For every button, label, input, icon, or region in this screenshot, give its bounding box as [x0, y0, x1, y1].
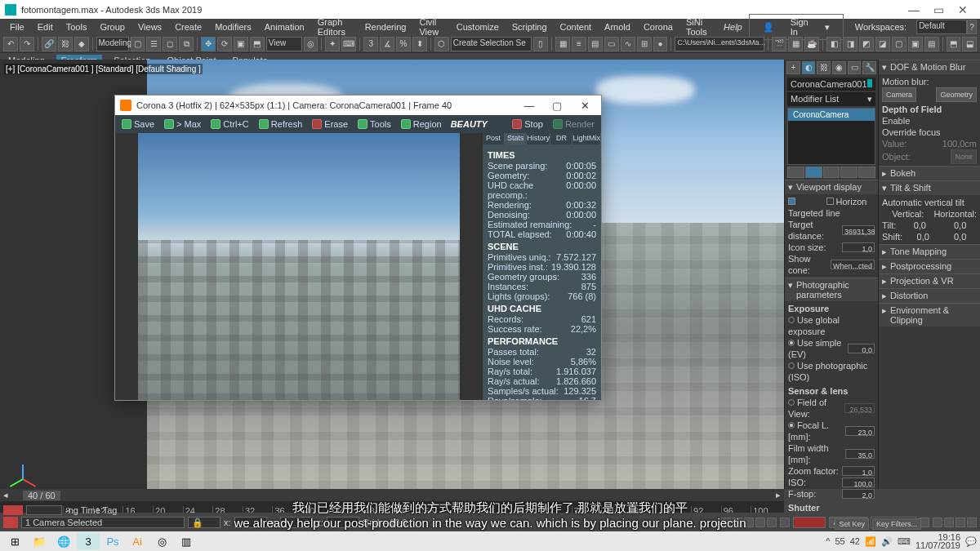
- angle-snap-button[interactable]: ∡: [380, 37, 394, 51]
- 3dsmax-icon[interactable]: 3: [77, 532, 100, 550]
- layers-button[interactable]: ≡: [572, 37, 586, 51]
- explorer-icon[interactable]: 📁: [28, 532, 51, 550]
- selection-filter[interactable]: Modeling: [96, 37, 129, 51]
- cfb-tab-lightmix[interactable]: LightMix: [572, 133, 601, 144]
- iso-spinner[interactable]: 100,0: [842, 478, 875, 487]
- keyfilters-button[interactable]: Key Filters...: [872, 518, 921, 530]
- tab-create[interactable]: +: [786, 61, 800, 74]
- nav-pan-button[interactable]: [933, 518, 942, 527]
- cfb-tab-stats[interactable]: Stats: [505, 133, 527, 144]
- cfb-close-button[interactable]: ✕: [573, 100, 596, 112]
- render-fb-button[interactable]: ▦: [788, 37, 803, 51]
- lang-icon[interactable]: ⌨: [898, 536, 911, 547]
- show-cone-dropdown[interactable]: When...cted: [831, 260, 875, 269]
- spinner-snap-button[interactable]: ⬍: [412, 37, 427, 51]
- bind-button[interactable]: ◆: [74, 37, 89, 51]
- rollout-tonemapping[interactable]: ▸ Tone Mapping: [879, 244, 980, 259]
- illustrator-icon[interactable]: Ai: [126, 532, 149, 550]
- curve-editor-button[interactable]: ∿: [621, 37, 635, 51]
- targeted-checkbox[interactable]: [788, 198, 795, 205]
- window-crossing-button[interactable]: ⧉: [179, 37, 194, 51]
- cfb-tab-post[interactable]: Post: [483, 133, 505, 144]
- horizon-checkbox[interactable]: [826, 198, 834, 205]
- remove-button[interactable]: [840, 167, 858, 178]
- tab-motion[interactable]: ◉: [832, 61, 846, 74]
- tab-utilities[interactable]: 🔧: [862, 61, 876, 74]
- shift-v-spinner[interactable]: 0,0: [917, 231, 940, 242]
- wifi-icon[interactable]: 📶: [865, 536, 876, 547]
- setkey-button[interactable]: Set Key: [835, 518, 869, 530]
- menu-sini[interactable]: SiNi Tools: [679, 16, 717, 38]
- ev-spinner[interactable]: 0,0: [848, 344, 875, 353]
- lock-icon[interactable]: 🔒: [188, 517, 220, 528]
- use-simple-radio[interactable]: [788, 340, 795, 346]
- rollout-photographic[interactable]: ▾ Photographic parameters: [785, 278, 878, 301]
- autokey-button[interactable]: [793, 517, 826, 528]
- tilt-v-spinner[interactable]: 0,0: [914, 220, 937, 231]
- rollout-dof[interactable]: ▾ DOF & Motion Blur: [879, 60, 980, 74]
- fov-spinner[interactable]: 26,533: [844, 403, 875, 413]
- r4-icon[interactable]: ◪: [875, 37, 890, 51]
- tray-chevron-icon[interactable]: ^: [826, 536, 830, 546]
- rollout-postprocessing[interactable]: ▸ Postprocessing: [879, 259, 980, 273]
- modifier-list-dropdown[interactable]: Modifier List▾: [787, 92, 875, 106]
- menu-scripting[interactable]: Scripting: [506, 20, 554, 33]
- corona-frame-buffer-window[interactable]: Corona 3 (Hotfix 2) | 624×535px (1:1) | …: [114, 95, 602, 401]
- cfb-minimize-button[interactable]: —: [518, 100, 541, 112]
- undo-button[interactable]: ↶: [3, 37, 18, 51]
- pin-stack-button[interactable]: [787, 167, 804, 178]
- cfb-tab-dr[interactable]: DR: [550, 133, 572, 144]
- cfb-stop-button[interactable]: Stop: [508, 118, 547, 131]
- time-slider-knob[interactable]: 40 / 60: [23, 491, 60, 500]
- menu-animation[interactable]: Animation: [258, 20, 311, 33]
- rollout-viewportdisplay[interactable]: ▾ Viewport display: [785, 180, 878, 194]
- menu-modifiers[interactable]: Modifiers: [208, 20, 258, 33]
- workspace-selector[interactable]: Workspaces:Default: [849, 20, 967, 34]
- cfb-erase-button[interactable]: Erase: [308, 118, 352, 131]
- cfb-max-button[interactable]: > Max: [160, 118, 205, 131]
- cfb-maximize-button[interactable]: ▢: [546, 100, 568, 112]
- help-icon[interactable]: ?: [967, 20, 977, 34]
- rect-select-button[interactable]: ◻: [163, 37, 177, 51]
- menu-grapheditors[interactable]: Graph Editors: [311, 16, 359, 38]
- redo-button[interactable]: ↷: [20, 37, 34, 51]
- unlink-button[interactable]: ⛓: [58, 37, 73, 51]
- keyboard-button[interactable]: ⌨: [341, 37, 356, 51]
- time-slider[interactable]: ◂ 40 / 60 ▸: [0, 489, 784, 501]
- viewport-label[interactable]: [+] [CoronaCamera001 ] [Standard] [Defau…: [4, 64, 203, 74]
- select-name-button[interactable]: ☰: [146, 37, 161, 51]
- nav-max-button[interactable]: [967, 518, 977, 527]
- stack-item-coronacamera[interactable]: CoronaCamera: [788, 109, 875, 121]
- scale-button[interactable]: ▣: [234, 37, 248, 51]
- use-photo-radio[interactable]: [788, 362, 795, 369]
- rollout-distortion[interactable]: ▸ Distortion: [879, 288, 980, 303]
- tilt-h-spinner[interactable]: 0,0: [954, 220, 977, 231]
- time-tag[interactable]: -ng Time Tag: [65, 505, 117, 515]
- nav-orbit-button[interactable]: [956, 518, 965, 527]
- placement-button[interactable]: ⬒: [250, 37, 265, 51]
- maxscript-mini[interactable]: [3, 505, 23, 515]
- r6-icon[interactable]: ▣: [908, 37, 923, 51]
- object-name-field[interactable]: CoronaCamera001: [787, 78, 875, 91]
- link-button[interactable]: 🔗: [42, 37, 56, 51]
- menu-arnold[interactable]: Arnold: [598, 20, 637, 33]
- menu-create[interactable]: Create: [168, 20, 208, 33]
- start-button[interactable]: ⊞: [3, 532, 26, 550]
- r7-icon[interactable]: ▤: [924, 37, 939, 51]
- menu-views[interactable]: Views: [131, 20, 168, 33]
- menu-corona[interactable]: Corona: [637, 20, 679, 33]
- rollout-bokeh[interactable]: ▸ Bokeh: [879, 166, 980, 180]
- other-app2-icon[interactable]: ▥: [175, 532, 198, 550]
- mb-geometry-button[interactable]: Geometry: [936, 87, 977, 102]
- schematic-button[interactable]: ⊞: [637, 37, 652, 51]
- cfb-save-button[interactable]: Save: [118, 118, 158, 131]
- menu-tools[interactable]: Tools: [60, 20, 94, 33]
- snap-button[interactable]: 3: [363, 37, 378, 51]
- r5-icon[interactable]: ▢: [892, 37, 906, 51]
- tab-display[interactable]: ▭: [848, 61, 862, 74]
- r2-icon[interactable]: ◨: [843, 37, 858, 51]
- config-button[interactable]: [858, 167, 875, 178]
- goto-end-button[interactable]: [767, 518, 777, 527]
- other-app-icon[interactable]: ◎: [150, 532, 173, 550]
- focal-spinner[interactable]: 23,0: [845, 426, 875, 436]
